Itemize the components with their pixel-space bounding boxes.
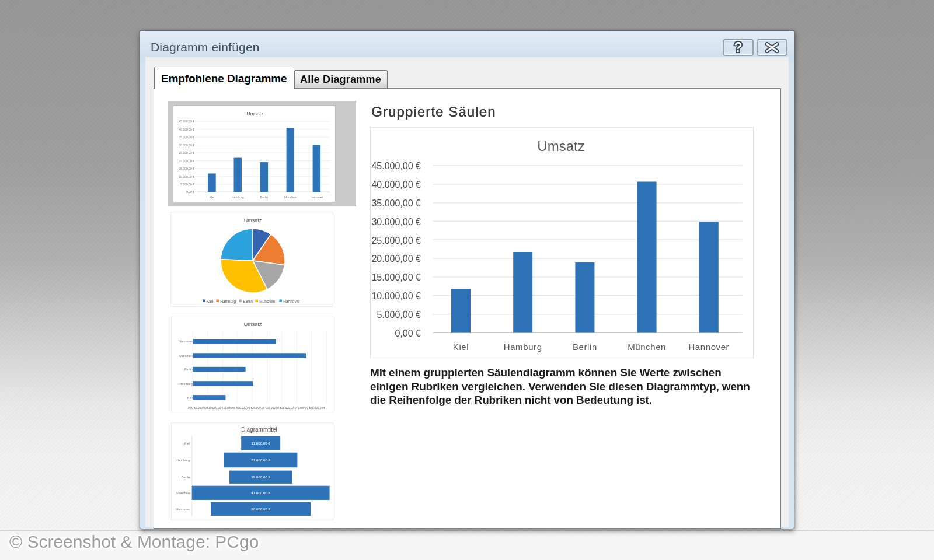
svg-text:Kiel: Kiel	[207, 299, 213, 303]
svg-text:35.000,00 €: 35.000,00 €	[371, 198, 421, 208]
svg-text:Diagrammtitel: Diagrammtitel	[241, 426, 277, 433]
svg-text:20.000,00 €: 20.000,00 €	[179, 159, 195, 163]
svg-text:20.000,00 €: 20.000,00 €	[371, 254, 421, 264]
svg-text:10.000,00 €: 10.000,00 €	[179, 175, 195, 178]
svg-text:?: ?	[734, 40, 742, 55]
svg-text:Hannover: Hannover	[176, 508, 190, 511]
svg-text:Kiel: Kiel	[210, 195, 214, 199]
svg-text:München: München	[284, 195, 297, 199]
svg-text:Hamburg: Hamburg	[179, 382, 193, 386]
svg-text:15.000,00 €: 15.000,00 €	[179, 167, 195, 170]
svg-text:40.000,00 €: 40.000,00 €	[371, 180, 421, 190]
svg-text:Hannover: Hannover	[688, 342, 729, 352]
svg-text:Berlin: Berlin	[182, 475, 190, 479]
svg-text:5.000,00 €: 5.000,00 €	[180, 183, 194, 186]
svg-text:11.800,00 €: 11.800,00 €	[252, 441, 271, 445]
svg-text:45.000,00 €: 45.000,00 €	[371, 161, 421, 171]
svg-text:Berlin: Berlin	[243, 299, 253, 303]
svg-text:25.000,00 €: 25.000,00 €	[179, 151, 195, 155]
svg-text:19.000,00 €: 19.000,00 €	[251, 475, 270, 479]
svg-text:München: München	[259, 299, 275, 303]
svg-text:41.000,00 €: 41.000,00 €	[251, 491, 270, 495]
svg-text:Umsatz: Umsatz	[244, 218, 262, 223]
svg-text:Berlin: Berlin	[573, 342, 597, 352]
svg-text:0,00 €: 0,00 €	[395, 328, 421, 338]
svg-text:Umsatz: Umsatz	[244, 321, 262, 327]
svg-text:35.000,00 €: 35.000,00 €	[179, 135, 195, 139]
svg-text:10.000,00 €: 10.000,00 €	[371, 291, 421, 301]
svg-text:0,00 €5.000,00 €10.000,00 €15.: 0,00 €5.000,00 €10.000,00 €15.000,00 €20…	[188, 406, 326, 410]
svg-text:21.800,00 €: 21.800,00 €	[251, 458, 270, 462]
svg-text:Hamburg: Hamburg	[220, 299, 236, 304]
svg-text:Umsatz: Umsatz	[247, 111, 264, 117]
svg-text:30.000,00 €: 30.000,00 €	[179, 144, 195, 147]
svg-text:Berlin: Berlin	[184, 368, 193, 371]
svg-text:München: München	[176, 491, 190, 495]
svg-text:Hamburg: Hamburg	[176, 459, 190, 462]
svg-text:Umsatz: Umsatz	[537, 138, 584, 154]
svg-text:Hannover: Hannover	[310, 195, 323, 199]
svg-text:Kiel: Kiel	[453, 342, 469, 352]
svg-text:30.000,00 €: 30.000,00 €	[371, 217, 421, 227]
svg-text:Hamburg: Hamburg	[504, 342, 542, 352]
svg-text:0,00 €: 0,00 €	[186, 190, 194, 194]
svg-text:München: München	[628, 342, 666, 352]
svg-text:5.000,00 €: 5.000,00 €	[377, 310, 421, 320]
svg-text:15.000,00 €: 15.000,00 €	[371, 272, 421, 282]
svg-text:25.000,00 €: 25.000,00 €	[371, 236, 421, 246]
svg-text:München: München	[179, 354, 193, 358]
svg-text:Hamburg: Hamburg	[232, 195, 244, 199]
svg-text:Kiel: Kiel	[184, 442, 190, 445]
svg-text:Hannover: Hannover	[283, 299, 300, 303]
svg-text:Berlin: Berlin	[260, 195, 268, 199]
svg-text:Kiel: Kiel	[187, 396, 193, 400]
svg-text:45.000,00 €: 45.000,00 €	[179, 120, 195, 123]
svg-text:40.000,00 €: 40.000,00 €	[179, 128, 195, 131]
svg-text:Hannover: Hannover	[179, 340, 193, 343]
svg-text:30.000,00 €: 30.000,00 €	[251, 507, 270, 511]
